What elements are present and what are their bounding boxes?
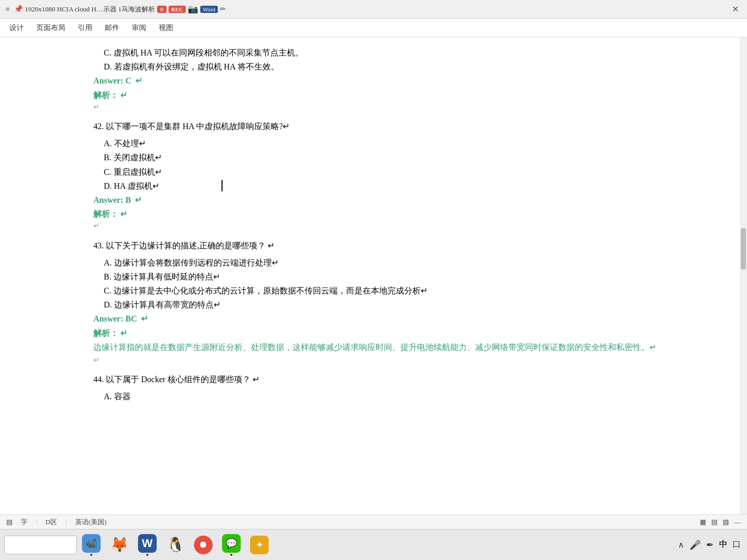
q41-analysis-label: 解析： ↵ [93, 88, 706, 102]
status-minus[interactable]: — [734, 518, 741, 526]
wechat-icon-symbol: 💬 [226, 538, 237, 549]
title-bar-left: ≡ 📌 1920x1080 HCIA cloud H…示器 1马海波解析 R R… [0, 4, 728, 15]
status-sep2: | [65, 518, 67, 526]
scrollbar-thumb[interactable] [741, 228, 746, 270]
q44-block: 44. 以下属于 Docker 核心组件的是哪些项？ ↵ A. 容器 [93, 372, 706, 403]
conference-icon-symbol: 📹 [86, 538, 97, 549]
taskbar-app-qq[interactable]: 🐧 [162, 531, 189, 558]
q42-option-b: B. 关闭虚拟机↵ [93, 150, 706, 164]
status-icon-2: ▤ [711, 518, 717, 526]
menu-item-view[interactable]: 视图 [154, 21, 178, 35]
q42-option-c: C. 重启虚拟机↵ [93, 165, 706, 179]
q42-question: 42. 以下哪一项不是集群 HA 中虚拟机故障响应策略?↵ [93, 119, 706, 134]
q41-option-c: C. 虚拟机 HA 可以在同网段相邻的不同采集节点主机。 [93, 46, 706, 60]
taskbar-lang-cn[interactable]: 中 [719, 539, 727, 550]
pin-icon: 📌 [14, 5, 23, 13]
content-area: C. 虚拟机 HA 可以在同网段相邻的不同采集节点主机。 D. 若虚拟机有外设绑… [0, 37, 747, 529]
menu-item-reference[interactable]: 引用 [73, 21, 98, 35]
record-icon-symbol: ⏺ [199, 539, 208, 550]
r-badge: R [157, 6, 166, 13]
q44-option-a: A. 容器 [93, 389, 706, 403]
menu-item-page-layout[interactable]: 页面布局 [31, 21, 71, 35]
wechat-icon: 💬 [222, 534, 241, 553]
q42-block: 42. 以下哪一项不是集群 HA 中虚拟机故障响应策略?↵ A. 不处理↵ B.… [93, 119, 706, 231]
q43-analysis-label: 解析： ↵ [93, 326, 706, 340]
title-bar-right: ✕ [728, 3, 747, 15]
status-word-count-icon: ▤ [6, 518, 12, 526]
qq-icon-symbol: 🐧 [167, 536, 185, 553]
taskbar-app-misc[interactable]: ✦ [246, 531, 273, 558]
taskbar-app-word[interactable]: W [134, 531, 161, 558]
q43-answer: Answer: BC ↵ [93, 312, 706, 326]
menu-hamburger-icon[interactable]: ≡ [3, 4, 12, 15]
q43-block: 43. 以下关于边缘计算的描述,正确的是哪些项？ ↵ A. 边缘计算会将数据传到… [93, 239, 706, 365]
q42-option-a: A. 不处理↵ [93, 136, 706, 150]
edit-icon: ✏ [220, 5, 226, 13]
q41-para: ↵ [93, 102, 706, 113]
close-icon[interactable]: ✕ [728, 3, 743, 15]
taskbar-app-record[interactable]: ⏺ [190, 531, 217, 558]
q42-para: ↵ [93, 221, 706, 231]
q43-option-c: C. 边缘计算是去中心化或分布式的云计算，原始数据不传回云端，而是在本地完成分析… [93, 284, 706, 298]
status-language: 英语(美国) [75, 517, 107, 527]
q43-option-d: D. 边缘计算具有高带宽的特点↵ [93, 298, 706, 312]
qq-icon: 🐧 [166, 536, 185, 554]
q42-answer: Answer: B ↵ [93, 193, 706, 207]
q43-question: 43. 以下关于边缘计算的描述,正确的是哪些项？ ↵ [93, 239, 706, 254]
status-icon-1: ▦ [700, 518, 706, 526]
word-icon: W [138, 534, 157, 553]
status-sep1: | [36, 518, 37, 526]
q44-question: 44. 以下属于 Docker 核心组件的是哪些项？ ↵ [93, 372, 706, 387]
misc-icon: ✦ [250, 536, 269, 554]
q42-option-d: D. HA 虚拟机↵ [93, 179, 706, 193]
wechat-dot [230, 554, 232, 556]
taskbar: 📹 🦊 W 🐧 ⏺ 💬 [0, 529, 747, 560]
scrollbar[interactable] [740, 37, 747, 514]
taskbar-app-conference[interactable]: 📹 [78, 531, 105, 558]
menu-bar: 设计 页面布局 引用 邮件 审阅 视图 [0, 19, 747, 37]
taskbar-left: 📹 🦊 W 🐧 ⏺ 💬 [0, 531, 273, 558]
menu-item-design[interactable]: 设计 [4, 21, 29, 35]
q42-d-text: D. HA 虚拟机↵ [104, 179, 159, 193]
q43-para: ↵ [93, 355, 706, 366]
taskbar-mic-icon[interactable]: 🎤 [689, 539, 701, 551]
taskbar-input-mode[interactable]: 口 [732, 539, 741, 550]
title-bar: ≡ 📌 1920x1080 HCIA cloud H…示器 1马海波解析 R R… [0, 0, 747, 19]
taskbar-search-input[interactable] [4, 536, 77, 554]
q41-answer: Answer: C ↵ [93, 74, 706, 88]
taskbar-right: ∧ 🎤 ✒ 中 口 [678, 539, 747, 551]
word-dot [146, 554, 148, 556]
taskbar-chevron-up-icon[interactable]: ∧ [678, 540, 684, 550]
q43-option-b: B. 边缘计算具有低时延的特点↵ [93, 270, 706, 284]
menu-item-review[interactable]: 审阅 [127, 21, 151, 35]
taskbar-app-wechat[interactable]: 💬 [218, 531, 245, 558]
q43-option-a: A. 边缘计算会将数据传到远程的云端进行处理↵ [93, 256, 706, 270]
q43-analysis-content: 边缘计算指的就是在数据产生源附近分析、处理数据，这样能够减少请求响应时间、提升电… [93, 340, 706, 355]
rec-badge: REC [169, 6, 186, 13]
q41-block: C. 虚拟机 HA 可以在同网段相邻的不同采集节点主机。 D. 若虚拟机有外设绑… [93, 46, 706, 112]
camera-icon: 📷 [188, 4, 198, 14]
text-cursor [222, 180, 223, 191]
misc-icon-symbol: ✦ [256, 539, 264, 551]
taskbar-app-firefox[interactable]: 🦊 [106, 531, 133, 558]
firefox-icon-symbol: 🦊 [110, 536, 129, 553]
q42-analysis-label: 解析： ↵ [93, 207, 706, 221]
firefox-icon: 🦊 [110, 536, 129, 554]
record-icon: ⏺ [194, 536, 213, 554]
q41-option-d: D. 若虚拟机有外设绑定，虚拟机 HA 将不生效。 [93, 60, 706, 74]
status-word-count: 字 [21, 517, 27, 527]
conference-icon: 📹 [82, 534, 101, 553]
taskbar-pen-icon[interactable]: ✒ [706, 539, 714, 551]
menu-item-mail[interactable]: 邮件 [100, 21, 125, 35]
status-icon-3: ▧ [723, 518, 729, 526]
word-badge: Word [200, 6, 218, 13]
status-bar: ▤ 字 | D区 | 英语(美国) ▦ ▤ ▧ — [0, 514, 747, 529]
title-bar-title: 1920x1080 HCIA cloud H…示器 1马海波解析 [25, 5, 155, 14]
conference-dot [90, 554, 92, 556]
status-section: D区 [46, 517, 57, 527]
status-right: ▦ ▤ ▧ — [700, 518, 741, 526]
